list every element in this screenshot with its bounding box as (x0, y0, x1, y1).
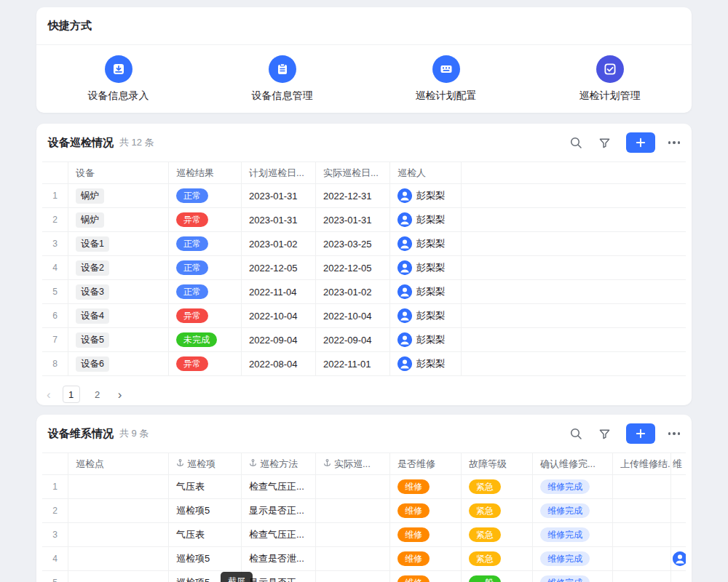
cell-upload[interactable] (613, 571, 671, 582)
shortcut-inspection-plan-config[interactable]: 巡检计划配置 (364, 55, 528, 103)
cell-no[interactable]: 5 (42, 571, 68, 582)
table-row[interactable]: 6设备4异常2022-10-042022-10-04彭梨梨 (42, 304, 686, 328)
shortcut-device-info-manage[interactable]: 设备信息管理 (200, 55, 364, 103)
cell-no[interactable]: 7 (42, 328, 68, 351)
table-row[interactable]: 3设备1正常2023-01-022023-03-25彭梨梨 (42, 232, 686, 256)
cell-actual[interactable] (316, 547, 390, 570)
cell-filler[interactable] (462, 328, 686, 351)
cell-inspector[interactable]: 彭梨梨 (390, 304, 462, 327)
cell-result[interactable]: 正常 (169, 184, 242, 207)
cell-planned[interactable]: 2023-01-31 (242, 184, 316, 207)
cell-method[interactable]: 显示是否正... (242, 499, 316, 522)
cell-inspector[interactable]: 彭梨梨 (390, 208, 462, 231)
cell-confirm[interactable]: 维修完成 (533, 499, 613, 522)
cell-inspector[interactable]: 彭梨梨 (390, 280, 462, 303)
cell-device[interactable]: 设备3 (68, 280, 169, 303)
column-header-device[interactable]: 设备 (68, 162, 169, 183)
cell-point[interactable] (68, 571, 169, 582)
column-header-inspector[interactable]: 巡检人 (390, 162, 462, 183)
table-row[interactable]: 3气压表检查气压正...维修紧急维修完成 (42, 523, 686, 547)
cell-result[interactable]: 正常 (169, 232, 242, 255)
pagination-prev-icon[interactable]: ‹ (44, 388, 54, 401)
cell-planned[interactable]: 2022-12-05 (242, 256, 316, 279)
cell-result[interactable]: 正常 (169, 280, 242, 303)
table-row[interactable]: 8设备6异常2022-08-042022-11-01彭梨梨 (42, 352, 686, 376)
cell-no[interactable]: 1 (42, 475, 68, 498)
cell-point[interactable] (68, 475, 169, 498)
cell-no[interactable]: 4 (42, 256, 68, 279)
column-header-planned[interactable]: 计划巡检日... (242, 162, 316, 183)
search-icon[interactable] (568, 426, 584, 442)
cell-device[interactable]: 设备6 (68, 352, 169, 375)
cell-filler[interactable] (462, 184, 686, 207)
table-row[interactable]: 5巡检项5显示是否正...维修一般维修完成 (42, 571, 686, 582)
cell-inspector[interactable]: 彭梨梨 (390, 256, 462, 279)
cell-actual[interactable] (316, 571, 390, 582)
cell-inspector[interactable]: 彭梨梨 (390, 352, 462, 375)
cell-method[interactable]: 显示是否正... (242, 571, 316, 582)
cell-result[interactable]: 异常 (169, 352, 242, 375)
cell-method[interactable]: 检查是否泄... (242, 547, 316, 570)
cell-repair[interactable]: 维修 (390, 547, 462, 570)
cell-filler[interactable] (462, 352, 686, 375)
column-header-filler[interactable] (462, 162, 686, 183)
cell-actual[interactable]: 2022-12-31 (316, 184, 390, 207)
cell-device[interactable]: 锅炉 (68, 184, 169, 207)
cell-device[interactable]: 设备5 (68, 328, 169, 351)
cell-filler[interactable] (462, 304, 686, 327)
cell-no[interactable]: 1 (42, 184, 68, 207)
cell-actual[interactable]: 2023-01-02 (316, 280, 390, 303)
cell-upload[interactable] (613, 523, 671, 546)
cell-extra[interactable] (671, 475, 686, 498)
cell-no[interactable]: 8 (42, 352, 68, 375)
cell-actual[interactable] (316, 523, 390, 546)
cell-no[interactable]: 2 (42, 208, 68, 231)
cell-device[interactable]: 设备1 (68, 232, 169, 255)
cell-actual[interactable] (316, 475, 390, 498)
table-row[interactable]: 1锅炉正常2023-01-312022-12-31彭梨梨 (42, 184, 686, 208)
cell-level[interactable]: 紧急 (462, 523, 533, 546)
cell-level[interactable]: 紧急 (462, 499, 533, 522)
cell-device[interactable]: 设备4 (68, 304, 169, 327)
cell-result[interactable]: 异常 (169, 304, 242, 327)
cell-planned[interactable]: 2022-08-04 (242, 352, 316, 375)
table-row[interactable]: 4设备2正常2022-12-052022-12-05彭梨梨 (42, 256, 686, 280)
cell-method[interactable]: 检查气压正... (242, 523, 316, 546)
cell-no[interactable]: 3 (42, 523, 68, 546)
cell-actual[interactable]: 2022-12-05 (316, 256, 390, 279)
column-header-no[interactable] (42, 162, 68, 183)
cell-level[interactable]: 一般 (462, 571, 533, 582)
cell-confirm[interactable]: 维修完成 (533, 571, 613, 582)
add-record-button[interactable] (626, 132, 655, 153)
cell-extra[interactable] (671, 523, 686, 546)
column-header-extra[interactable]: 维 (671, 453, 686, 474)
cell-actual[interactable]: 2023-03-25 (316, 232, 390, 255)
cell-extra[interactable] (671, 499, 686, 522)
cell-item[interactable]: 气压表 (169, 475, 242, 498)
cell-upload[interactable] (613, 475, 671, 498)
cell-method[interactable]: 检查气压正... (242, 475, 316, 498)
cell-filler[interactable] (462, 280, 686, 303)
cell-actual[interactable]: 2022-09-04 (316, 328, 390, 351)
cell-inspector[interactable]: 彭梨梨 (390, 184, 462, 207)
more-actions-icon[interactable] (668, 432, 681, 435)
cell-device[interactable]: 锅炉 (68, 208, 169, 231)
table-row[interactable]: 4巡检项5检查是否泄...维修紧急维修完成 (42, 547, 686, 571)
cell-filler[interactable] (462, 208, 686, 231)
cell-confirm[interactable]: 维修完成 (533, 547, 613, 570)
filter-icon[interactable] (597, 426, 613, 442)
column-header-upload[interactable]: 上传维修结... (613, 453, 671, 474)
column-header-no[interactable] (42, 453, 68, 474)
table-row[interactable]: 7设备5未完成2022-09-042022-09-04彭梨梨 (42, 328, 686, 352)
column-header-result[interactable]: 巡检结果 (169, 162, 242, 183)
cell-item[interactable]: 气压表 (169, 523, 242, 546)
cell-level[interactable]: 紧急 (462, 547, 533, 570)
table-row[interactable]: 5设备3正常2022-11-042023-01-02彭梨梨 (42, 280, 686, 304)
cell-point[interactable] (68, 523, 169, 546)
column-header-repair[interactable]: 是否维修 (390, 453, 462, 474)
column-header-actual[interactable]: 实际巡... (316, 453, 390, 474)
column-header-point[interactable]: 巡检点 (68, 453, 169, 474)
cell-point[interactable] (68, 547, 169, 570)
cell-no[interactable]: 5 (42, 280, 68, 303)
column-header-item[interactable]: 巡检项 (169, 453, 242, 474)
